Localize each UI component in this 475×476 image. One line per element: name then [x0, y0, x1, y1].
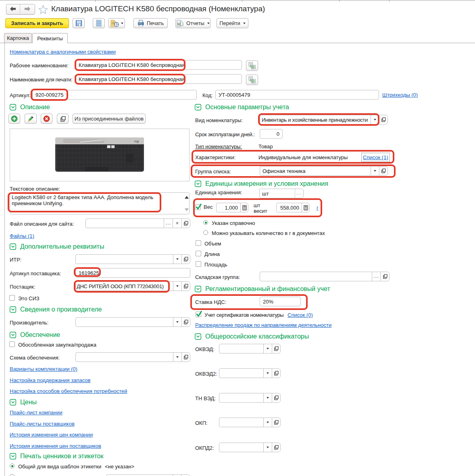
svg-text:logi: logi: [134, 139, 139, 143]
